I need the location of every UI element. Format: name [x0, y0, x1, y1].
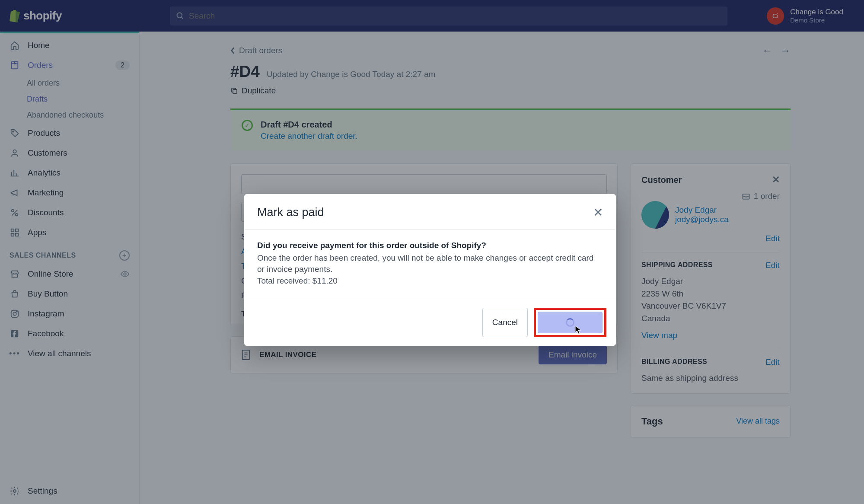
modal-close-icon[interactable]: ✕	[593, 205, 603, 220]
modal-question: Did you receive payment for this order o…	[257, 240, 603, 252]
create-order-button[interactable]	[538, 312, 603, 333]
modal-title: Mark as paid	[257, 206, 324, 219]
highlight-annotation	[534, 308, 606, 337]
mark-as-paid-modal: Mark as paid ✕ Did you receive payment f…	[244, 194, 616, 346]
modal-total-line: Total received: $11.20	[257, 275, 603, 287]
loading-spinner-icon	[566, 318, 574, 327]
modal-body-text: Once the order has been created, you wil…	[257, 252, 603, 275]
cancel-button[interactable]: Cancel	[482, 308, 528, 337]
mouse-cursor-icon	[575, 325, 582, 335]
